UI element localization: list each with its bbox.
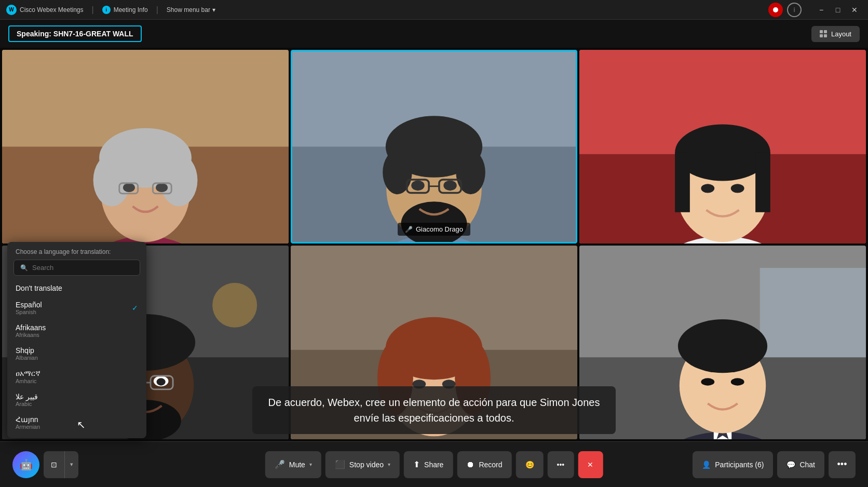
svg-point-21 <box>411 180 424 191</box>
more-right-button[interactable]: ••• <box>829 451 856 478</box>
caption-button[interactable]: ⊡ <box>44 451 64 478</box>
lang-name-espanol: Español <box>16 301 42 309</box>
subtitle-text: De acuerdo, Webex, cree un elemento de a… <box>268 397 600 424</box>
svg-rect-33 <box>755 153 770 212</box>
chat-icon: 💬 <box>786 461 795 469</box>
svg-point-70 <box>701 378 714 385</box>
participant-video-3 <box>579 50 866 244</box>
more-right-icon: ••• <box>837 459 847 470</box>
lang-item-amharic[interactable]: ዐአማርኛ Amharic <box>7 365 146 388</box>
video-chevron-icon: ▾ <box>388 462 390 467</box>
language-dropdown: Choose a language for translation: 🔍 Don… <box>7 242 146 438</box>
app-name: Cisco Webex Meetings <box>20 6 84 13</box>
meeting-info-link[interactable]: i Meeting Info <box>102 6 148 14</box>
svg-point-47 <box>157 378 166 385</box>
lang-name-arabic: قيير علا <box>16 393 38 401</box>
person-svg-1 <box>2 50 289 244</box>
language-search[interactable]: 🔍 <box>13 260 140 276</box>
window-controls: − □ ✕ <box>814 3 862 17</box>
emoji-icon: 😊 <box>525 461 534 469</box>
layout-icon <box>820 30 827 37</box>
lang-item-espanol[interactable]: Español Spanish ✓ <box>7 296 146 319</box>
svg-point-6 <box>93 154 131 206</box>
close-button[interactable]: ✕ <box>847 3 862 17</box>
share-icon: ⬆ <box>413 459 420 469</box>
lang-sub-arabic: Arabic <box>16 401 38 407</box>
webex-logo-icon: W <box>6 5 17 15</box>
layout-button[interactable]: Layout <box>811 26 860 42</box>
lang-item-dont-translate[interactable]: Don't translate <box>7 280 146 296</box>
record-button[interactable]: ⏺ Record <box>457 451 511 478</box>
person-svg-6 <box>579 246 866 439</box>
video-cell-3 <box>579 50 866 244</box>
person-svg-2 <box>292 51 576 242</box>
minimize-button[interactable]: − <box>814 3 829 17</box>
lang-name-armenian: Հայnn <box>16 415 40 424</box>
end-call-button[interactable]: ✕ <box>578 451 603 478</box>
video-icon: ⬛ <box>335 459 345 469</box>
svg-point-9 <box>156 183 168 192</box>
lang-item-arabic[interactable]: قيير علا Arabic <box>7 388 146 411</box>
speaking-name: SHN7-16-GREAT WALL <box>53 30 133 38</box>
microphone-icon: 🎤 <box>275 459 285 469</box>
stop-video-label: Stop video <box>349 461 384 469</box>
svg-point-71 <box>731 378 744 385</box>
ai-assistant-button[interactable]: 🤖 <box>12 451 39 478</box>
svg-rect-32 <box>675 153 690 212</box>
show-menu-button[interactable]: Show menu bar ▾ <box>167 6 215 13</box>
lang-name-amharic: ዐአማርኛ <box>16 369 40 378</box>
participant-video-2 <box>292 51 576 242</box>
recording-indicator <box>768 3 783 17</box>
share-label: Share <box>424 461 443 469</box>
info-button[interactable]: i <box>787 3 802 17</box>
svg-point-7 <box>160 154 198 206</box>
lang-name-shqip: Shqip <box>16 346 38 355</box>
language-list: Don't translate Español Spanish ✓ Afrika… <box>7 280 146 434</box>
speaking-label: Speaking: <box>17 30 51 38</box>
chat-label: Chat <box>799 461 815 469</box>
share-button[interactable]: ⬆ Share <box>404 451 453 478</box>
caption-icon: ⊡ <box>51 461 57 469</box>
emoji-button[interactable]: 😊 <box>516 451 544 478</box>
stop-video-button[interactable]: ⬛ Stop video ▾ <box>326 451 400 478</box>
separator2: | <box>156 5 158 15</box>
maximize-button[interactable]: □ <box>831 3 845 17</box>
layout-label: Layout <box>831 30 851 38</box>
search-input[interactable] <box>32 264 133 272</box>
mute-label: Mute <box>289 461 305 469</box>
lang-sub-amharic: Amharic <box>16 378 40 384</box>
lang-name-afrikaans: Afrikaans <box>16 323 46 332</box>
lang-item-afrikaans[interactable]: Afrikaans Afrikaans <box>7 319 146 342</box>
title-bar-right: i − □ ✕ <box>768 3 862 17</box>
title-bar-left: W Cisco Webex Meetings | i Meeting Info … <box>6 5 215 15</box>
caption-chevron-button[interactable]: ▾ <box>64 451 78 478</box>
mute-button[interactable]: 🎤 Mute ▾ <box>265 451 321 478</box>
chat-button[interactable]: 💬 Chat <box>777 451 824 478</box>
more-button[interactable]: ••• <box>548 451 574 478</box>
person-svg-3 <box>579 50 866 244</box>
toolbar-center: 🎤 Mute ▾ ⬛ Stop video ▾ ⬆ Share ⏺ Record… <box>265 451 603 478</box>
meeting-info-icon: i <box>102 6 111 14</box>
lang-sub-shqip: Albanian <box>16 355 38 361</box>
speaker-label: 🎤 Giacomo Drago <box>398 223 470 236</box>
lang-item-armenian[interactable]: Հայnn Armenian <box>7 411 146 434</box>
top-info-bar: Speaking: SHN7-16-GREAT WALL Layout <box>0 20 868 48</box>
participant-name-2: Giacomo Drago <box>416 225 463 233</box>
lang-name-dont-translate: Don't translate <box>16 284 62 292</box>
participant-video-6 <box>579 246 866 439</box>
lang-item-shqip[interactable]: Shqip Albanian <box>7 342 146 365</box>
participants-button[interactable]: 👤 Participants (6) <box>693 451 773 478</box>
caption-button-group: ⊡ ▾ <box>44 451 78 478</box>
meeting-info-label: Meeting Info <box>114 6 148 13</box>
svg-point-69 <box>678 319 767 373</box>
lang-sub-afrikaans: Afrikaans <box>16 332 46 338</box>
separator1: | <box>92 5 94 15</box>
participants-label: Participants (6) <box>715 461 764 469</box>
subtitle-overlay: De acuerdo, Webex, cree un elemento de a… <box>252 386 616 434</box>
show-menu-label: Show menu bar <box>167 6 210 13</box>
microphone-icon: 🎤 <box>405 226 413 233</box>
svg-point-22 <box>443 180 456 191</box>
toolbar-right: 👤 Participants (6) 💬 Chat ••• <box>693 451 856 478</box>
toolbar: 🤖 ⊡ ▾ 🎤 Mute ▾ ⬛ Stop video ▾ ⬆ Share ⏺ <box>0 441 868 487</box>
record-label: Record <box>479 461 502 469</box>
